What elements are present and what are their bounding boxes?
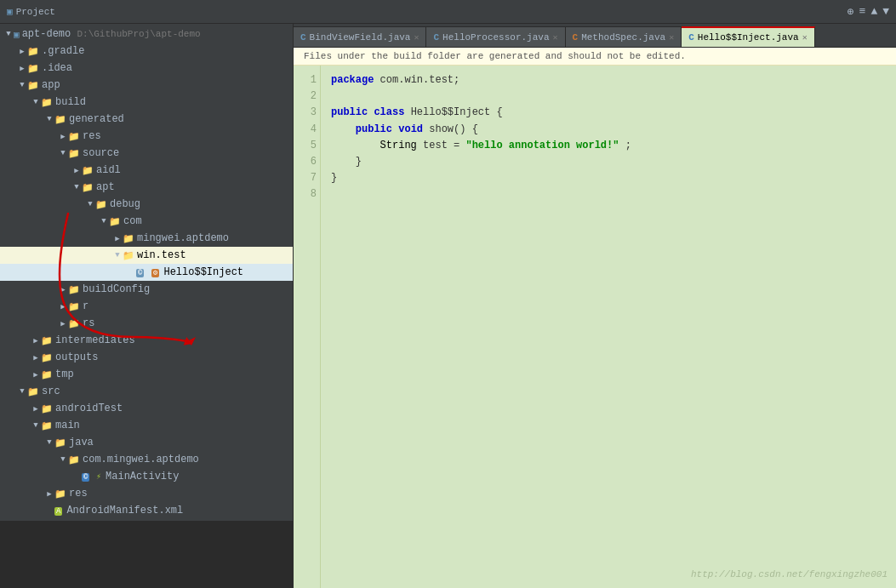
com-mingwei-arrow: ▼: [58, 455, 68, 464]
tree-node-gradle[interactable]: ▶ 📁 .gradle: [0, 43, 293, 60]
tab-methodspec[interactable]: C MethodSpec.java ✕: [566, 26, 682, 47]
settings-icon[interactable]: ≡: [859, 5, 866, 19]
tree-node-mingwei-aptdemo[interactable]: ▶ 📁 mingwei.aptdemo: [0, 230, 293, 247]
tab-helloprocessor-close[interactable]: ✕: [553, 32, 558, 43]
tab-helloprocessor[interactable]: C HelloProcessor.java ✕: [426, 26, 565, 47]
com-mingwei-folder-icon: 📁: [68, 454, 80, 465]
tab-bindviewfield[interactable]: C BindViewField.java ✕: [294, 26, 426, 47]
tree-node-idea[interactable]: ▶ 📁 .idea: [0, 60, 293, 77]
mingwei-arrow: ▶: [112, 234, 123, 243]
tab-helloinject[interactable]: C Hello$$Inject.java ✕: [682, 26, 814, 47]
tab-bindviewfield-close[interactable]: ✕: [414, 32, 419, 43]
res-generated-folder-icon: 📁: [68, 131, 80, 142]
expand-icon[interactable]: ▲: [870, 5, 877, 19]
tab-methodspec-close[interactable]: ✕: [669, 32, 674, 43]
collapse-icon[interactable]: ▼: [882, 5, 889, 19]
intermediates-arrow: ▶: [31, 336, 41, 345]
mainactivity-icon: © ⚡: [82, 471, 101, 482]
tree-node-src[interactable]: ▼ 📁 src: [0, 383, 293, 400]
res-main-arrow: ▶: [44, 489, 54, 499]
mainactivity-label: MainActivity: [106, 471, 179, 482]
tree-root[interactable]: ▼ ▣ apt-demo D:\GithubProj\apt-demo: [0, 26, 293, 43]
outputs-arrow: ▶: [31, 353, 41, 363]
tree-node-hello-inject[interactable]: ▶ © ⚙ Hello$$Inject: [0, 264, 293, 281]
tree-node-res-main[interactable]: ▶ 📁 res: [0, 485, 293, 502]
tab-helloinject-close[interactable]: ✕: [802, 32, 808, 43]
toolbar-icons: ⊕ ≡ ▲ ▼: [847, 5, 889, 19]
notification-text: Files under the build folder are generat…: [304, 51, 686, 61]
source-arrow: ▼: [58, 149, 68, 157]
tree-node-r[interactable]: ▶ 📁 r: [0, 298, 293, 315]
tab-helloprocessor-icon: C: [433, 32, 439, 43]
res-main-label: res: [69, 488, 88, 500]
tab-helloinject-icon: C: [688, 32, 694, 43]
tree-node-tmp[interactable]: ▶ 📁 tmp: [0, 366, 293, 383]
outputs-folder-icon: 📁: [41, 352, 53, 363]
aidl-folder-icon: 📁: [82, 165, 94, 176]
tmp-arrow: ▶: [31, 370, 41, 380]
tree-node-androidmanifest[interactable]: ▶ A AndroidManifest.xml: [0, 502, 293, 519]
main-label: main: [55, 420, 80, 431]
project-panel: ▼ ▣ apt-demo D:\GithubProj\apt-demo ▶ 📁 …: [0, 24, 294, 521]
tree-node-mainactivity[interactable]: ▶ © ⚡ MainActivity: [0, 468, 293, 485]
tree-node-debug[interactable]: ▼ 📁 debug: [0, 196, 293, 213]
tab-helloprocessor-label: HelloProcessor.java: [442, 32, 549, 43]
aidl-label: aidl: [96, 164, 121, 176]
sync-icon[interactable]: ⊕: [847, 5, 854, 19]
androidtest-arrow: ▶: [31, 404, 41, 414]
tree-node-app[interactable]: ▼ 📁 app: [0, 77, 293, 94]
apt-label: apt: [96, 181, 115, 193]
buildconfig-arrow: ▶: [58, 285, 68, 294]
com-label: com: [123, 215, 142, 227]
tree-node-androidtest[interactable]: ▶ 📁 androidTest: [0, 400, 293, 417]
tree-node-generated[interactable]: ▼ 📁 generated: [0, 111, 293, 128]
win-test-folder-icon: 📁: [123, 250, 134, 261]
main-folder-icon: 📁: [41, 420, 53, 431]
generated-label: generated: [69, 113, 124, 125]
tree-node-com-mingwei-aptdemo[interactable]: ▼ 📁 com.mingwei.aptdemo: [0, 451, 293, 468]
tmp-label: tmp: [55, 368, 74, 380]
tab-bar: C BindViewField.java ✕ C HelloProcessor.…: [294, 24, 896, 48]
build-folder-icon: 📁: [41, 97, 53, 108]
gradle-folder-icon: 📁: [27, 46, 39, 57]
tree-node-res-generated[interactable]: ▶ 📁 res: [0, 128, 293, 145]
project-tree: ▼ ▣ apt-demo D:\GithubProj\apt-demo ▶ 📁 …: [0, 24, 293, 521]
tree-node-main[interactable]: ▼ 📁 main: [0, 417, 293, 434]
tab-methodspec-label: MethodSpec.java: [581, 32, 665, 43]
src-label: src: [42, 385, 60, 397]
rs-label: rs: [83, 317, 94, 329]
tree-node-win-test[interactable]: ▼ 📁 win.test: [0, 247, 293, 264]
tree-node-build[interactable]: ▼ 📁 build: [0, 94, 293, 111]
tree-node-rs[interactable]: ▶ 📁 rs: [0, 315, 293, 332]
tree-node-source[interactable]: ▼ 📁 source: [0, 145, 293, 162]
tree-node-java[interactable]: ▼ 📁 java: [0, 434, 293, 451]
tree-node-apt[interactable]: ▼ 📁 apt: [0, 179, 293, 196]
androidtest-label: androidTest: [55, 402, 123, 414]
root-arrow: ▼: [3, 30, 14, 38]
idea-arrow: ▶: [17, 64, 27, 73]
app-label: app: [42, 79, 60, 91]
apt-arrow: ▼: [71, 183, 82, 191]
buildconfig-folder-icon: 📁: [68, 284, 80, 295]
gradle-arrow: ▶: [17, 47, 27, 56]
main-area: ▼ ▣ apt-demo D:\GithubProj\apt-demo ▶ 📁 …: [0, 24, 896, 588]
tree-node-intermediates[interactable]: ▶ 📁 intermediates: [0, 332, 293, 349]
code-container[interactable]: 1 2 3 4 5 6 7 8 package com.win.test; pu…: [294, 66, 896, 588]
tree-node-com[interactable]: ▼ 📁 com: [0, 213, 293, 230]
manifest-label: AndroidManifest.xml: [66, 505, 183, 517]
hello-inject-label: Hello$$Inject: [163, 266, 243, 278]
editor-notification: Files under the build folder are generat…: [294, 48, 896, 66]
com-mingwei-label: com.mingwei.aptdemo: [83, 454, 199, 465]
toolbar-title: ▣ Project: [7, 6, 55, 17]
tree-node-outputs[interactable]: ▶ 📁 outputs: [0, 349, 293, 366]
tree-node-buildconfig[interactable]: ▶ 📁 buildConfig: [0, 281, 293, 298]
code-editor[interactable]: package com.win.test; public class Hello…: [321, 66, 896, 588]
src-folder-icon: 📁: [27, 386, 39, 397]
src-arrow: ▼: [17, 387, 27, 396]
tree-node-aidl[interactable]: ▶ 📁 aidl: [0, 162, 293, 179]
source-label: source: [83, 147, 119, 159]
generated-folder-icon: 📁: [54, 114, 66, 125]
tab-helloinject-label: Hello$$Inject.java: [698, 32, 799, 43]
tab-bindviewfield-label: BindViewField.java: [310, 32, 411, 43]
debug-arrow: ▼: [85, 200, 95, 208]
